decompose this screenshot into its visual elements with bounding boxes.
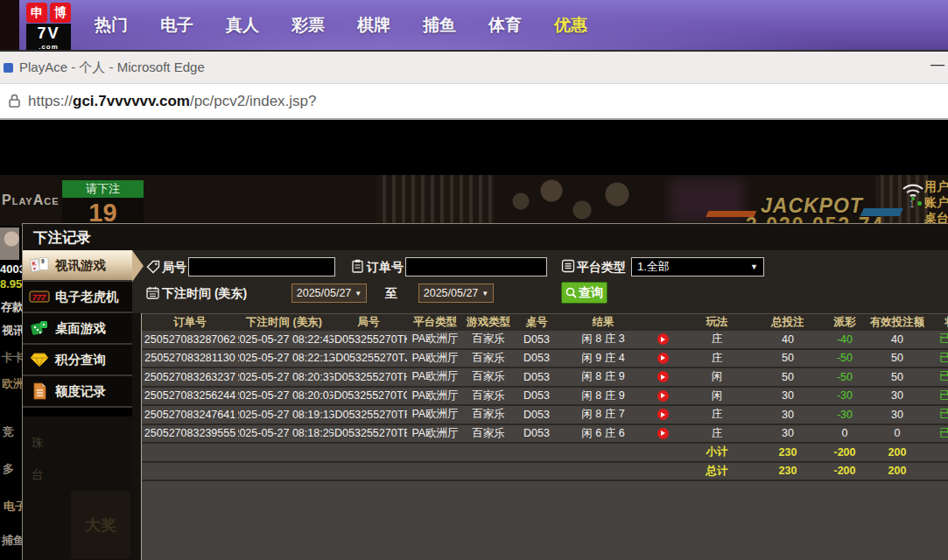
banner-decoration-dots xyxy=(503,175,652,226)
date-to-picker[interactable]: 2025/05/27 ▼ xyxy=(418,284,494,303)
cell-round xyxy=(330,463,407,480)
indicator-dot xyxy=(917,201,922,206)
cell-table xyxy=(514,444,559,461)
play-video-button[interactable] xyxy=(657,333,669,345)
tab-积分查询[interactable]: 积分查询 xyxy=(23,345,132,376)
top-nav: 申 博 7V .com 热门电子真人彩票棋牌捕鱼体育优惠 xyxy=(0,0,948,50)
cell-game: 百家乐 xyxy=(463,350,514,368)
nav-item-彩票[interactable]: 彩票 xyxy=(291,14,325,37)
cell-payout: -50 xyxy=(820,350,869,368)
order-number-input[interactable] xyxy=(405,257,547,276)
modal-title: 下注记录 xyxy=(23,224,948,250)
nav-item-热门[interactable]: 热门 xyxy=(95,14,128,37)
nav-item-棋牌[interactable]: 棋牌 xyxy=(357,14,390,37)
query-button[interactable]: 查询 xyxy=(561,282,607,304)
cell-time: 2025-05-27 08:19:13 xyxy=(238,406,330,424)
address-bar[interactable]: https://gci.7vvvvvv.com/pc/pcv2/index.js… xyxy=(0,83,948,120)
column-header: 玩法 xyxy=(678,314,755,331)
nav-item-真人[interactable]: 真人 xyxy=(226,14,259,37)
round-number-input[interactable] xyxy=(188,257,335,276)
tab-电子老虎机[interactable]: 777电子老虎机 xyxy=(23,282,132,313)
tag-icon xyxy=(146,260,160,274)
table-row: 2505270832395552025-05-27 08:18:29GD0532… xyxy=(142,425,948,444)
cell-round: GD053255270TH xyxy=(330,368,407,386)
nav-item-优惠[interactable]: 优惠 xyxy=(554,14,587,37)
column-header xyxy=(647,314,678,331)
cell-play: 庄 xyxy=(678,331,755,348)
table-row: 2505270832476412025-05-27 08:19:13GD0532… xyxy=(142,406,948,425)
play-video-button[interactable] xyxy=(657,428,669,439)
cell-play: 庄 xyxy=(678,406,755,424)
tab-额度记录[interactable]: 额度记录 xyxy=(23,376,132,408)
cell-platform: PA欧洲厅 xyxy=(407,388,463,405)
cell-bet: 30 xyxy=(755,425,820,443)
cell-play_icon xyxy=(647,368,678,386)
cell-status xyxy=(925,463,948,480)
cell-valid: 40 xyxy=(869,331,925,348)
cell-game: 百家乐 xyxy=(463,388,514,405)
cell-play: 闲 xyxy=(678,388,755,405)
cell-round xyxy=(330,444,407,461)
cell-result xyxy=(559,444,647,461)
cell-bet: 50 xyxy=(755,350,820,368)
column-header: 有效投注额 xyxy=(869,314,925,331)
cell-play: 小计 xyxy=(678,444,755,461)
date-from-picker[interactable]: 2025/05/27 ▼ xyxy=(291,284,367,303)
cell-table: D053 xyxy=(514,350,559,368)
play-video-button[interactable] xyxy=(657,371,669,382)
cell-play_icon xyxy=(647,331,678,348)
cell-result xyxy=(559,463,647,480)
calendar-icon xyxy=(146,286,160,300)
tab-桌面游戏[interactable]: 桌面游戏 xyxy=(23,313,132,345)
column-header: 结果 xyxy=(559,314,647,331)
cell-status: 已派彩 xyxy=(925,331,948,348)
query-button-label: 查询 xyxy=(579,285,603,301)
bet-timer-label: 请下注 xyxy=(62,180,144,198)
cell-payout: -40 xyxy=(820,331,869,348)
tab-label: 视讯游戏 xyxy=(55,257,106,274)
slots-icon: 777 xyxy=(29,288,50,305)
cell-platform xyxy=(407,444,463,461)
platform-type-select[interactable]: 1.全部 ▼ xyxy=(631,257,764,276)
cell-time: 2025-05-27 08:22:12 xyxy=(238,350,330,368)
cell-status: 已派彩 xyxy=(925,388,948,405)
modal-tab-list: K♥9视讯游戏777电子老虎机桌面游戏积分查询额度记录 珠 台 大奖 xyxy=(23,250,132,560)
cell-round: GD053255270TF xyxy=(330,406,407,424)
site-logo[interactable]: 申 博 7V .com xyxy=(26,3,72,51)
platform-type-label: 平台类型 xyxy=(577,257,626,277)
cell-round: GD053255270TJ xyxy=(330,350,407,368)
logo-text: 7V xyxy=(26,24,71,43)
nav-item-电子[interactable]: 电子 xyxy=(160,14,193,37)
nav-item-捕鱼[interactable]: 捕鱼 xyxy=(423,14,456,37)
column-header: 桌号 xyxy=(514,314,559,331)
cell-bet: 30 xyxy=(755,388,820,405)
left-strip-item: 存款 xyxy=(1,299,24,315)
tab-视讯游戏[interactable]: K♥9视讯游戏 xyxy=(23,250,132,282)
url-text[interactable]: https://gci.7vvvvvv.com/pc/pcv2/index.js… xyxy=(28,84,317,118)
play-video-button[interactable] xyxy=(657,390,669,402)
platform-type-value: 1.全部 xyxy=(637,259,670,275)
table-row: 2505270832562442025-05-27 08:20:01GD0532… xyxy=(142,388,948,407)
cell-result: 闲 8 庄 7 xyxy=(559,406,647,424)
cell-play_icon xyxy=(647,425,678,443)
minimize-button[interactable]: — xyxy=(930,57,944,73)
cell-platform: PA欧洲厅 xyxy=(407,331,463,348)
clipboard-icon xyxy=(351,259,365,273)
date-to-value: 2025/05/27 xyxy=(424,287,479,299)
tab-label: 积分查询 xyxy=(55,352,106,368)
cell-bet: 50 xyxy=(755,368,820,386)
cell-order: 250527083239555 xyxy=(142,425,238,443)
play-video-button[interactable] xyxy=(657,409,669,420)
tabs-background-area: 珠 台 大奖 xyxy=(23,416,132,560)
cell-play_icon xyxy=(647,406,678,424)
cell-time: 2025-05-27 08:20:37 xyxy=(238,368,330,386)
play-video-button[interactable] xyxy=(657,353,669,364)
cell-platform xyxy=(407,463,463,480)
left-strip-item: 多 xyxy=(3,461,14,477)
cell-platform: PA欧洲厅 xyxy=(407,406,463,424)
nav-item-体育[interactable]: 体育 xyxy=(488,14,522,37)
cell-bet: 230 xyxy=(755,463,820,480)
table-row: 2505270832870622025-05-27 08:22:42GD0532… xyxy=(142,331,948,350)
panel-label: 账户 xyxy=(924,194,948,210)
cell-payout: -30 xyxy=(820,388,869,405)
